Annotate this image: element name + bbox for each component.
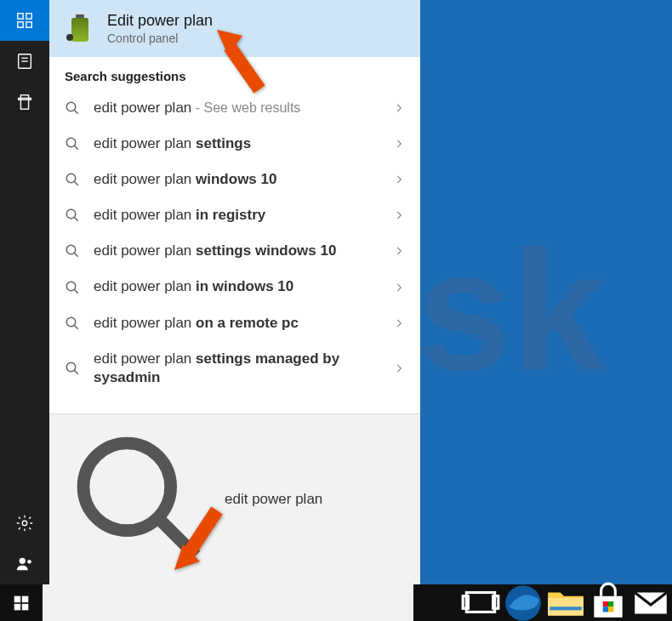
chevron-right-icon[interactable]	[393, 209, 405, 221]
svg-rect-40	[603, 601, 608, 606]
mail-icon[interactable]	[629, 584, 672, 621]
svg-rect-38	[548, 597, 584, 615]
suggestion-item[interactable]: edit power plan in windows 10	[49, 269, 420, 305]
svg-rect-34	[466, 592, 494, 612]
suggestion-text: edit power plan - See web results	[94, 99, 379, 117]
svg-rect-2	[18, 22, 23, 27]
taskbar	[0, 584, 672, 621]
suggestion-item[interactable]: edit power plan settings	[49, 126, 420, 162]
store-icon[interactable]	[587, 584, 629, 621]
svg-point-16	[66, 174, 76, 183]
chevron-right-icon[interactable]	[393, 138, 405, 150]
suggestion-list: edit power plan - See web results edit p…	[49, 90, 420, 413]
svg-rect-33	[22, 603, 29, 610]
suggestion-text: edit power plan in registry	[94, 206, 379, 225]
chevron-right-icon[interactable]	[393, 317, 405, 329]
suggestion-text: edit power plan settings windows 10	[94, 242, 379, 260]
search-icon	[65, 136, 80, 151]
svg-rect-41	[608, 601, 613, 606]
svg-point-26	[66, 362, 76, 372]
search-icon	[65, 208, 80, 223]
best-match-subtitle: Control panel	[107, 31, 213, 45]
suggestion-text: edit power plan settings	[94, 134, 379, 153]
desktop-background[interactable]	[420, 0, 672, 584]
search-icon	[65, 100, 80, 116]
search-icon	[65, 361, 80, 376]
sidebar-documents-icon[interactable]	[0, 82, 49, 122]
svg-point-18	[66, 210, 76, 219]
best-match-item[interactable]: Edit power plan Control panel	[49, 0, 420, 57]
svg-rect-39	[550, 607, 582, 610]
chevron-right-icon[interactable]	[393, 174, 405, 185]
svg-line-21	[74, 254, 78, 258]
edge-browser-icon[interactable]	[502, 584, 544, 621]
suggestion-item[interactable]: edit power plan settings managed by sysa…	[49, 341, 420, 396]
svg-line-13	[74, 110, 78, 114]
sidebar-home-icon[interactable]	[0, 0, 49, 41]
search-sidebar	[0, 0, 49, 584]
svg-rect-3	[26, 22, 31, 27]
chevron-right-icon[interactable]	[393, 362, 405, 374]
search-results-panel: Edit power plan Control panel Search sug…	[49, 0, 420, 584]
svg-line-17	[74, 181, 78, 185]
start-button[interactable]	[0, 584, 43, 621]
search-icon	[65, 424, 214, 574]
suggestion-item[interactable]: edit power plan settings windows 10	[49, 233, 420, 269]
power-plan-icon	[65, 14, 95, 44]
sidebar-settings-icon[interactable]	[0, 503, 49, 544]
suggestion-text: edit power plan in windows 10	[94, 277, 379, 296]
chevron-right-icon[interactable]	[393, 282, 405, 293]
svg-point-28	[83, 443, 171, 531]
svg-line-29	[158, 518, 196, 555]
svg-rect-0	[18, 14, 23, 19]
suggestion-text: edit power plan windows 10	[94, 170, 379, 189]
sidebar-feedback-icon[interactable]	[0, 544, 49, 584]
suggestion-item[interactable]: edit power plan windows 10	[49, 162, 420, 197]
svg-rect-7	[20, 95, 28, 110]
svg-point-10	[20, 558, 26, 564]
svg-line-23	[74, 289, 78, 293]
svg-point-22	[66, 282, 76, 291]
suggestion-item[interactable]: edit power plan on a remote pc	[49, 305, 420, 341]
svg-line-25	[74, 325, 78, 329]
search-icon	[65, 243, 80, 259]
suggestion-item[interactable]: edit power plan in registry	[49, 197, 420, 233]
search-icon	[65, 316, 80, 331]
chevron-right-icon[interactable]	[393, 245, 405, 257]
suggestions-header: Search suggestions	[49, 57, 420, 90]
svg-rect-32	[14, 603, 21, 610]
suggestion-text: edit power plan settings managed by sysa…	[94, 350, 379, 387]
svg-point-12	[66, 102, 76, 111]
best-match-title: Edit power plan	[107, 12, 213, 30]
svg-rect-1	[26, 14, 31, 19]
search-input[interactable]	[225, 491, 405, 508]
svg-rect-30	[14, 595, 21, 602]
taskbar-search-area[interactable]	[43, 584, 413, 621]
file-explorer-icon[interactable]	[544, 584, 587, 621]
svg-point-9	[22, 521, 27, 526]
svg-point-11	[27, 560, 31, 564]
svg-line-19	[74, 218, 78, 222]
svg-point-14	[66, 138, 76, 147]
svg-rect-42	[603, 607, 608, 612]
svg-line-15	[74, 145, 78, 150]
chevron-right-icon[interactable]	[393, 102, 405, 114]
sidebar-apps-icon[interactable]	[0, 41, 49, 82]
suggestion-item[interactable]: edit power plan - See web results	[49, 90, 420, 126]
svg-rect-31	[22, 595, 29, 602]
suggestion-text: edit power plan on a remote pc	[94, 314, 379, 333]
svg-rect-43	[608, 607, 613, 612]
search-box[interactable]	[49, 413, 420, 584]
svg-point-24	[66, 317, 76, 327]
svg-point-20	[66, 246, 76, 255]
task-view-icon[interactable]	[459, 584, 502, 621]
svg-line-27	[74, 370, 78, 374]
search-icon	[65, 172, 80, 187]
search-icon	[65, 280, 80, 295]
